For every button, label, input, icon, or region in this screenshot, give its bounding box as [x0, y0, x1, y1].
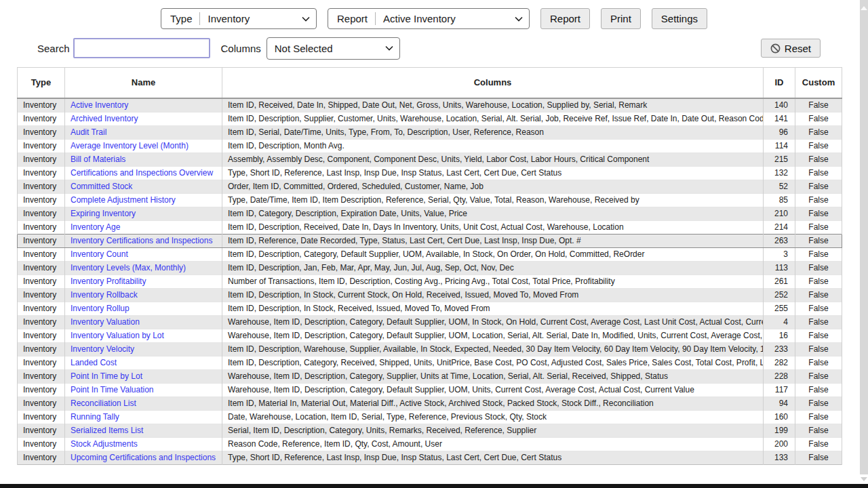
report-link[interactable]: Archived Inventory: [71, 114, 138, 123]
table-row[interactable]: InventoryPoint In Time ValuationWarehous…: [18, 383, 842, 396]
report-link[interactable]: Inventory Profitability: [71, 277, 146, 286]
report-link[interactable]: Inventory Valuation by Lot: [71, 331, 164, 340]
settings-button[interactable]: Settings: [652, 8, 707, 29]
report-link[interactable]: Stock Adjustments: [71, 439, 138, 449]
filter-bar: Search Columns Not Selected Reset: [0, 37, 868, 60]
report-link[interactable]: Point In Time Valuation: [71, 385, 154, 394]
report-link[interactable]: Certifications and Inspections Overview: [71, 168, 213, 178]
cell-name: Upcoming Certifications and Inspections: [65, 451, 222, 464]
report-link[interactable]: Inventory Age: [71, 222, 120, 232]
header-columns[interactable]: Columns: [222, 68, 764, 98]
cell-columns: Type, Short ID, Reference, Last Insp, In…: [222, 166, 764, 180]
table-row[interactable]: InventoryExpiring InventoryItem ID, Cate…: [18, 207, 842, 220]
cell-custom: False: [795, 451, 842, 464]
report-link[interactable]: Inventory Certifications and Inspections: [71, 236, 212, 245]
cell-type: Inventory: [18, 139, 65, 152]
cell-name: Committed Stock: [65, 180, 222, 193]
cell-custom: False: [795, 247, 842, 261]
report-link[interactable]: Active Inventory: [71, 100, 128, 110]
cell-name: Inventory Valuation by Lot: [65, 329, 222, 342]
report-select[interactable]: Report Active Inventory: [328, 8, 530, 29]
cell-columns: Item ID, Description, Received, Date In,…: [222, 220, 764, 234]
report-link[interactable]: Bill of Materials: [71, 155, 125, 164]
cell-type: Inventory: [18, 437, 65, 451]
vertical-scrollbar[interactable]: [860, 0, 868, 484]
report-link[interactable]: Inventory Count: [71, 249, 128, 259]
cell-custom: False: [795, 302, 842, 315]
cell-columns: Item ID, Category, Description, Expirati…: [222, 207, 764, 220]
report-link[interactable]: Inventory Rollup: [71, 304, 130, 313]
header-custom[interactable]: Custom: [795, 68, 842, 98]
arrow-up-icon: [861, 6, 867, 10]
header-name[interactable]: Name: [65, 68, 222, 98]
table-row[interactable]: InventoryInventory ProfitabilityNumber o…: [18, 274, 842, 288]
report-link[interactable]: Committed Stock: [71, 182, 132, 191]
table-row[interactable]: InventoryInventory Levels (Max, Monthly)…: [18, 261, 842, 274]
report-link[interactable]: Expiring Inventory: [71, 209, 136, 218]
cell-id: 200: [764, 437, 795, 451]
table-row[interactable]: InventoryArchived InventoryItem ID, Desc…: [18, 112, 842, 125]
cell-name: Inventory Velocity: [65, 342, 222, 356]
search-input[interactable]: [73, 38, 210, 58]
cell-type: Inventory: [18, 220, 65, 234]
table-header-row: Type Name Columns ID Custom: [18, 68, 842, 98]
report-link[interactable]: Landed Cost: [71, 358, 117, 367]
table-row[interactable]: InventoryUpcoming Certifications and Ins…: [18, 451, 842, 464]
table-row[interactable]: InventoryInventory RollupItem ID, Descri…: [18, 302, 842, 315]
report-select-value: Active Inventory: [376, 13, 515, 24]
cell-custom: False: [795, 437, 842, 451]
report-link[interactable]: Upcoming Certifications and Inspections: [71, 453, 216, 462]
table-row[interactable]: InventoryRunning TallyDate, Warehouse, L…: [18, 410, 842, 424]
table-row[interactable]: InventoryCertifications and Inspections …: [18, 166, 842, 180]
report-link[interactable]: Point In Time by Lot: [71, 371, 142, 381]
report-button[interactable]: Report: [540, 8, 590, 29]
table-row[interactable]: InventoryAverage Inventory Level (Month)…: [18, 139, 842, 152]
table-row[interactable]: InventoryInventory CountItem ID, Descrip…: [18, 247, 842, 261]
table-row[interactable]: InventoryActive InventoryItem ID, Receiv…: [18, 98, 842, 113]
table-row[interactable]: InventoryInventory RollbackItem ID, Desc…: [18, 288, 842, 302]
cell-name: Active Inventory: [65, 98, 222, 113]
chevron-down-icon: [515, 16, 523, 22]
table-row[interactable]: InventoryComplete Adjustment HistoryType…: [18, 193, 842, 207]
table-row[interactable]: InventoryReconciliation ListItem ID, Mat…: [18, 396, 842, 410]
table-row[interactable]: InventoryCommitted StockOrder, Item ID, …: [18, 180, 842, 193]
table-row[interactable]: InventoryInventory Certifications and In…: [18, 234, 842, 247]
table-row[interactable]: InventoryBill of MaterialsAssembly, Asse…: [18, 152, 842, 166]
report-link[interactable]: Inventory Levels (Max, Monthly): [71, 263, 186, 272]
scroll-down-button[interactable]: [860, 474, 868, 484]
table-row[interactable]: InventorySerialized Items ListSerial, It…: [18, 424, 842, 437]
report-link[interactable]: Reconciliation List: [71, 399, 136, 408]
table-row[interactable]: InventoryInventory ValuationWarehouse, I…: [18, 315, 842, 329]
print-button[interactable]: Print: [601, 8, 641, 29]
cell-name: Certifications and Inspections Overview: [65, 166, 222, 180]
reset-button[interactable]: Reset: [761, 39, 821, 58]
cell-columns: Warehouse, Item ID, Description, Categor…: [222, 329, 764, 342]
report-link[interactable]: Inventory Rollback: [71, 290, 138, 300]
scroll-up-button[interactable]: [860, 3, 868, 13]
cell-columns: Serial, Item ID, Description, Category, …: [222, 424, 764, 437]
report-link[interactable]: Audit Trail: [71, 127, 106, 137]
table-row[interactable]: InventoryLanded CostItem ID, Description…: [18, 356, 842, 369]
header-id[interactable]: ID: [764, 68, 795, 98]
header-type[interactable]: Type: [18, 68, 65, 98]
report-link[interactable]: Serialized Items List: [71, 426, 143, 435]
columns-select[interactable]: Not Selected: [267, 37, 400, 60]
cell-columns: Item ID, Description, Jan, Feb, Mar, Apr…: [222, 261, 764, 274]
report-link[interactable]: Complete Adjustment History: [71, 195, 176, 205]
cell-id: 210: [764, 207, 795, 220]
type-select[interactable]: Type Inventory: [161, 8, 317, 29]
table-row[interactable]: InventoryInventory Valuation by LotWareh…: [18, 329, 842, 342]
table-row[interactable]: InventoryPoint In Time by LotWarehouse, …: [18, 369, 842, 383]
report-link[interactable]: Average Inventory Level (Month): [71, 141, 189, 150]
table-row[interactable]: InventoryAudit TrailItem ID, Serial, Dat…: [18, 125, 842, 139]
cell-name: Complete Adjustment History: [65, 193, 222, 207]
table-row[interactable]: InventoryInventory VelocityItem ID, Desc…: [18, 342, 842, 356]
report-link[interactable]: Inventory Velocity: [71, 344, 134, 354]
report-link[interactable]: Running Tally: [71, 412, 119, 422]
type-select-value: Inventory: [200, 13, 301, 24]
table-row[interactable]: InventoryStock AdjustmentsReason Code, R…: [18, 437, 842, 451]
cell-id: 132: [764, 166, 795, 180]
table-row[interactable]: InventoryInventory AgeItem ID, Descripti…: [18, 220, 842, 234]
cell-type: Inventory: [18, 180, 65, 193]
report-link[interactable]: Inventory Valuation: [71, 317, 140, 327]
